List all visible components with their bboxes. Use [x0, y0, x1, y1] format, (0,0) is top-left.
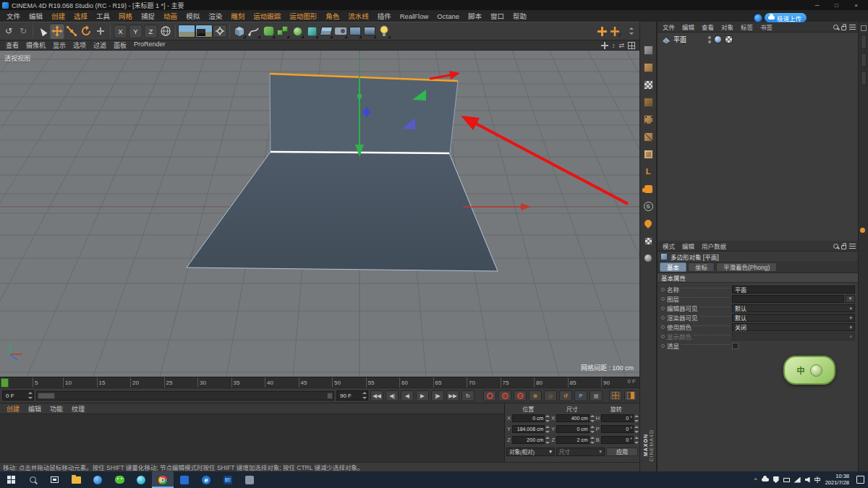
viewport-canvas[interactable]: 网格间距 : 100 cm	[0, 51, 639, 377]
viewport-rotate-icon[interactable]: ⇄	[618, 42, 624, 49]
render-view-button[interactable]	[178, 23, 195, 39]
object-name[interactable]: 平面	[673, 35, 686, 44]
task-view-button[interactable]	[43, 471, 65, 488]
taskbar-app-browser[interactable]	[87, 471, 109, 488]
stepper-icon[interactable]	[28, 392, 32, 399]
taskbar-app-blue[interactable]	[174, 471, 195, 488]
attribute-menu-item[interactable]: 编辑	[678, 241, 698, 250]
keyframe-grid-button[interactable]	[609, 390, 622, 401]
volume-icon[interactable]	[805, 477, 810, 483]
uv-mode-button[interactable]	[642, 234, 655, 247]
taskbar-app-navy[interactable]	[217, 471, 239, 488]
polygons-mode-button[interactable]	[642, 147, 655, 160]
ime-floating-badge[interactable]: 中	[783, 356, 835, 385]
anim-dot-icon[interactable]	[661, 325, 665, 329]
taskbar-app-wechat[interactable]	[109, 471, 130, 488]
attribute-menu-item[interactable]: 模式	[659, 241, 678, 250]
last-tool-button[interactable]	[93, 23, 108, 39]
visibility-toggles[interactable]	[708, 36, 711, 43]
material-menu-item[interactable]: 功能	[46, 404, 67, 414]
apply-button[interactable]: 应用	[606, 448, 638, 456]
attribute-menu-item[interactable]: 用户数据	[698, 241, 730, 250]
tab-coordinates[interactable]: 坐标	[688, 262, 715, 272]
transport-button[interactable]: ▶▶	[446, 390, 459, 401]
interface-axis-button[interactable]	[609, 23, 624, 39]
spline-pen-button[interactable]	[247, 23, 261, 39]
end-frame-field[interactable]: 90 F	[336, 390, 368, 401]
menu-item[interactable]: 流水线	[344, 11, 373, 21]
upload-button[interactable]: 极速上传	[765, 13, 807, 22]
menu-item[interactable]: 编辑	[25, 11, 47, 21]
size-field[interactable]: 2 cm	[556, 436, 589, 444]
stepper-icon[interactable]	[545, 415, 549, 422]
anim-dot-icon[interactable]	[661, 288, 665, 291]
subdivision-surface-button[interactable]	[261, 23, 276, 39]
primitive-cube-button[interactable]	[232, 23, 247, 39]
enable-axis-button[interactable]	[642, 182, 655, 195]
range-handle-left[interactable]	[38, 393, 55, 399]
axis-mode-button[interactable]: L	[642, 165, 655, 178]
stepper-icon[interactable]	[590, 426, 594, 433]
interface-add-button[interactable]	[595, 23, 609, 39]
timeline-scrubber[interactable]	[1, 378, 9, 388]
collapsed-panel-tab[interactable]	[861, 71, 867, 85]
current-frame-field[interactable]: 0 F	[2, 390, 34, 401]
position-field[interactable]: 184.008 cm	[512, 425, 545, 433]
material-menu-item[interactable]: 编辑	[24, 404, 46, 414]
points-mode-button[interactable]	[642, 113, 655, 126]
coordinate-system-button[interactable]	[158, 23, 173, 39]
transport-button[interactable]: ◀|	[386, 390, 399, 401]
taskbar-clock[interactable]: 10:38 2021/7/28	[825, 474, 849, 486]
menu-item[interactable]: 文件	[2, 11, 25, 21]
stepper-icon[interactable]	[634, 437, 638, 444]
menu-item[interactable]: 窗口	[486, 11, 509, 21]
collapsed-panel-tab[interactable]	[861, 35, 867, 49]
taskbar-app-chrome[interactable]	[152, 471, 174, 488]
ime-indicator[interactable]: 中	[814, 475, 821, 484]
maximize-button[interactable]: □	[827, 0, 846, 10]
taskbar-app-edge[interactable]: e	[195, 471, 217, 488]
menu-item[interactable]: 渲染	[204, 11, 226, 21]
viewport-menu-item[interactable]: 显示	[49, 40, 69, 50]
taskbar-app-file-explorer[interactable]	[65, 471, 87, 488]
phong-tag-icon[interactable]	[714, 35, 722, 43]
menu-item[interactable]: 帮助	[509, 11, 531, 21]
palette-grid-icon[interactable]	[861, 25, 867, 31]
menu-item[interactable]: Octane	[433, 12, 464, 20]
menu-item[interactable]: 运动跟踪	[249, 11, 285, 21]
anim-dot-icon[interactable]	[661, 307, 665, 310]
position-field[interactable]: 200 cm	[512, 436, 545, 444]
security-shield-icon[interactable]	[773, 476, 779, 483]
object-manager-menu-item[interactable]: 文件	[659, 22, 678, 31]
upload-app-icon[interactable]	[754, 14, 762, 22]
menu-item[interactable]: 创建	[47, 11, 69, 21]
key-toggle-button[interactable]: P	[574, 390, 587, 401]
use-color-select[interactable]: 关闭▾	[732, 323, 855, 331]
close-button[interactable]: ×	[846, 0, 866, 10]
material-menu-item[interactable]: 创建	[2, 404, 24, 414]
size-mode-select[interactable]: 尺寸▾	[556, 448, 605, 456]
size-field[interactable]: 0 cm	[556, 425, 589, 433]
viewport-zoom-icon[interactable]: ↕	[612, 42, 616, 49]
menu-item[interactable]: 插件	[373, 11, 396, 21]
transport-button[interactable]: ◀◀	[370, 390, 383, 401]
key-toggle-button[interactable]: ⊕	[529, 390, 542, 401]
basic-properties-header[interactable]: 基本属性	[658, 273, 859, 283]
menu-item[interactable]: RealFlow	[396, 12, 433, 20]
viewport-menu-item[interactable]: 摄像机	[22, 40, 49, 50]
undo-button[interactable]: ↺	[1, 23, 16, 39]
axis-lock-button[interactable]: Z	[144, 25, 158, 38]
upload-overlay[interactable]: 极速上传	[754, 13, 807, 22]
action-center-icon[interactable]	[856, 476, 864, 484]
object-manager-menu-item[interactable]: 编辑	[678, 22, 698, 31]
lock-icon[interactable]	[841, 245, 846, 249]
layer-browser-button[interactable]: ▾	[846, 295, 855, 303]
model-mode-button[interactable]	[642, 61, 655, 74]
menu-item[interactable]: 选择	[69, 11, 92, 21]
editor-visibility-dot[interactable]	[708, 36, 711, 39]
viewport[interactable]: 网格间距 : 100 cm	[0, 51, 639, 377]
transport-button[interactable]: |▶	[431, 390, 444, 401]
network-icon[interactable]	[794, 477, 801, 483]
menu-item[interactable]: 动画	[159, 11, 182, 21]
autokey-button[interactable]	[498, 390, 511, 401]
